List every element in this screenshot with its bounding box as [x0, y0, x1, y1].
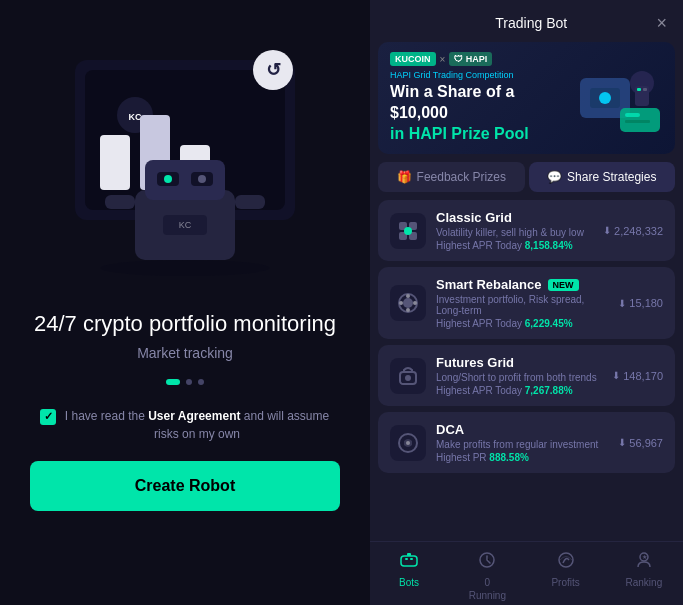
- promo-banner[interactable]: KUCOIN × 🛡 HAPI HAPI Grid Trading Compet…: [378, 42, 675, 154]
- svg-point-36: [403, 298, 413, 308]
- share-icon: 💬: [547, 170, 562, 184]
- banner-image: [565, 42, 675, 154]
- bot-list: Classic Grid Volatility killer, sell hig…: [370, 200, 683, 541]
- create-robot-button[interactable]: Create Robot: [30, 461, 340, 511]
- ranking-icon: ★: [634, 550, 654, 575]
- svg-point-44: [406, 441, 410, 445]
- bot-apr-smart: Highest APR Today 6,229.45%: [436, 318, 608, 329]
- left-panel: KC KC: [0, 0, 370, 605]
- svg-rect-29: [625, 120, 650, 123]
- bot-name-classic: Classic Grid: [436, 210, 512, 225]
- bot-desc-dca: Make profits from regular investment: [436, 439, 608, 450]
- svg-point-37: [406, 294, 410, 298]
- bot-icon-futures: [390, 358, 426, 394]
- agreement-row: I have read the User Agreement and will …: [0, 407, 370, 443]
- download-icon: ⬇: [603, 225, 611, 236]
- dot-2[interactable]: [186, 379, 192, 385]
- download-icon-2: ⬇: [618, 298, 626, 309]
- feedback-icon: 🎁: [397, 170, 412, 184]
- tab-feedback-prizes[interactable]: 🎁 Feedback Prizes: [378, 162, 525, 192]
- main-title: 24/7 crypto portfolio monitoring: [34, 310, 336, 339]
- close-button[interactable]: ×: [656, 14, 667, 32]
- bot-info-dca: DCA Make profits from regular investment…: [436, 422, 608, 463]
- bot-item-classic[interactable]: Classic Grid Volatility killer, sell hig…: [378, 200, 675, 261]
- svg-text:KC: KC: [179, 220, 192, 230]
- svg-rect-45: [401, 556, 417, 566]
- nav-running-label: Running: [469, 590, 506, 601]
- bot-info-classic: Classic Grid Volatility killer, sell hig…: [436, 210, 593, 251]
- tab-share-strategies[interactable]: 💬 Share Strategies: [529, 162, 676, 192]
- svg-rect-25: [637, 88, 641, 91]
- user-agreement-link[interactable]: User Agreement: [148, 409, 240, 423]
- nav-profits-label: Profits: [551, 577, 579, 588]
- svg-rect-28: [625, 113, 640, 117]
- nav-running[interactable]: 0 Running: [448, 550, 526, 601]
- running-icon: [477, 550, 497, 575]
- svg-point-38: [406, 308, 410, 312]
- svg-rect-14: [235, 195, 265, 209]
- bot-name-dca: DCA: [436, 422, 464, 437]
- bot-apr-classic: Highest APR Today 8,158.84%: [436, 240, 593, 251]
- dot-1[interactable]: [166, 379, 180, 385]
- svg-point-17: [100, 260, 270, 276]
- right-panel: Trading Bot × KUCOIN × 🛡 HAPI HAPI Grid …: [370, 0, 683, 605]
- svg-point-12: [198, 175, 206, 183]
- bot-icon-classic: [390, 213, 426, 249]
- bot-count-classic: ⬇ 2,248,332: [603, 225, 663, 237]
- nav-profits[interactable]: Profits: [527, 550, 605, 601]
- download-icon-3: ⬇: [612, 370, 620, 381]
- dot-3[interactable]: [198, 379, 204, 385]
- bot-icon-smart: [390, 285, 426, 321]
- agreement-text: I have read the User Agreement and will …: [64, 407, 330, 443]
- modal-title: Trading Bot: [406, 15, 656, 31]
- bot-item-smart[interactable]: Smart Rebalance NEW Investment portfolio…: [378, 267, 675, 339]
- nav-running-count: 0: [485, 577, 491, 588]
- svg-text:KC: KC: [129, 112, 142, 122]
- svg-point-40: [413, 301, 417, 305]
- bottom-nav: Bots 0 Running Profits: [370, 541, 683, 605]
- modal-header: Trading Bot ×: [370, 0, 683, 42]
- svg-rect-4: [100, 135, 130, 190]
- bot-icon-dca: [390, 425, 426, 461]
- bot-item-dca[interactable]: DCA Make profits from regular investment…: [378, 412, 675, 473]
- svg-point-50: [559, 553, 573, 567]
- svg-text:★: ★: [642, 554, 647, 560]
- bot-info-futures: Futures Grid Long/Short to profit from b…: [436, 355, 602, 396]
- nav-ranking[interactable]: ★ Ranking: [605, 550, 683, 601]
- hapi-logo: 🛡 HAPI: [449, 52, 492, 66]
- bot-name-futures: Futures Grid: [436, 355, 514, 370]
- nav-bots[interactable]: Bots: [370, 550, 448, 601]
- bot-count-futures: ⬇ 148,170: [612, 370, 663, 382]
- main-text-block: 24/7 crypto portfolio monitoring Market …: [34, 310, 336, 361]
- bot-item-futures[interactable]: Futures Grid Long/Short to profit from b…: [378, 345, 675, 406]
- new-badge: NEW: [548, 279, 579, 291]
- svg-rect-26: [643, 88, 647, 91]
- svg-point-22: [599, 92, 611, 104]
- tabs-row: 🎁 Feedback Prizes 💬 Share Strategies: [378, 162, 675, 192]
- bot-name-smart: Smart Rebalance: [436, 277, 542, 292]
- bot-count-smart: ⬇ 15,180: [618, 297, 663, 309]
- nav-ranking-label: Ranking: [626, 577, 663, 588]
- svg-point-10: [164, 175, 172, 183]
- bot-desc-smart: Investment portfolio, Risk spread, Long-…: [436, 294, 608, 316]
- bot-info-smart: Smart Rebalance NEW Investment portfolio…: [436, 277, 608, 329]
- nav-bots-label: Bots: [399, 577, 419, 588]
- download-icon-4: ⬇: [618, 437, 626, 448]
- svg-rect-13: [105, 195, 135, 209]
- bot-desc-classic: Volatility killer, sell high & buy low: [436, 227, 593, 238]
- bot-apr-dca: Highest PR 888.58%: [436, 452, 608, 463]
- svg-rect-48: [407, 553, 411, 556]
- banner-title: Win a Share of a $10,000 in HAPI Prize P…: [390, 82, 560, 144]
- bot-desc-futures: Long/Short to profit from both trends: [436, 372, 602, 383]
- svg-point-39: [399, 301, 403, 305]
- banner-x: ×: [440, 54, 446, 65]
- main-subtitle: Market tracking: [34, 345, 336, 361]
- svg-rect-47: [410, 558, 413, 560]
- svg-text:↺: ↺: [266, 60, 281, 80]
- svg-point-34: [404, 227, 412, 235]
- agreement-checkbox[interactable]: [40, 409, 56, 425]
- svg-point-42: [405, 375, 411, 381]
- kucoin-logo: KUCOIN: [390, 52, 436, 66]
- carousel-dots: [166, 379, 204, 385]
- robot-scene: KC KC: [0, 10, 370, 300]
